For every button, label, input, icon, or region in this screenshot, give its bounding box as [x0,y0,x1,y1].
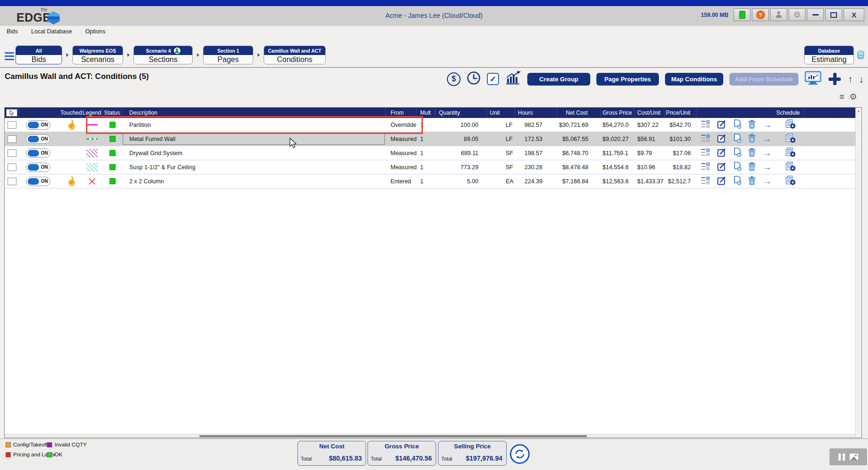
delete-icon[interactable] [748,176,756,187]
nav-tab-pages[interactable]: Section 1 Pages [203,46,253,64]
menu-local-database[interactable]: Local Database [31,28,72,35]
labor-hours-icon[interactable] [467,71,481,87]
delete-icon[interactable] [748,162,756,172]
refresh-totals-button[interactable] [510,444,530,464]
menu-options[interactable]: Options [85,28,105,35]
scroll-up-icon[interactable]: ▲ [856,109,861,112]
grid-settings-icon[interactable]: ⚙ [850,93,857,101]
schedule-icon[interactable] [785,133,796,144]
nav-tab-bids[interactable]: All Bids [16,46,62,64]
header-gross-price[interactable]: Gross Price [601,108,634,118]
delete-icon[interactable] [748,120,756,130]
row-select-checkbox[interactable] [8,149,16,157]
horizontal-scrollbar[interactable] [5,434,855,438]
edit-icon[interactable] [717,148,727,158]
takeoff-monitor-icon[interactable] [805,71,821,87]
description-cell[interactable]: Metal Furred Wall [122,132,386,146]
on-toggle[interactable]: ON [26,163,50,172]
description-cell[interactable]: Drywall Grid System [122,146,386,160]
cursor-mode-icon[interactable] [6,109,17,117]
edit-icon[interactable] [717,134,727,144]
map-conditions-button[interactable]: Map Conditions [665,73,723,86]
detail-view-icon[interactable] [701,120,710,129]
detail-view-icon[interactable] [701,177,710,186]
goto-icon[interactable]: → [763,120,772,129]
table-row[interactable]: ON Drywall Grid System Measured 1 689.11… [5,146,861,160]
table-row[interactable]: ON Susp 1-1/2" & Fur Ceiling Measured 1 … [5,160,861,174]
description-cell[interactable]: Susp 1-1/2" & Fur Ceiling [122,160,386,174]
row-select-checkbox[interactable] [8,135,16,143]
checklist-icon[interactable]: ✓ [487,73,499,85]
user-button[interactable] [770,8,787,21]
header-unit[interactable]: Unit [487,108,515,118]
row-select-checkbox[interactable] [8,164,16,171]
description-cell[interactable]: Partition [122,118,386,132]
nav-tab-scenarios[interactable]: Walgreens EOS Scenarios [72,46,123,64]
schedule-icon[interactable] [785,148,796,158]
document-history-icon[interactable] [734,148,742,158]
detail-view-icon[interactable] [701,163,710,172]
document-history-icon[interactable] [734,162,742,172]
restore-button[interactable] [825,8,842,21]
chart-icon[interactable] [505,71,521,87]
nav-tab-sections[interactable]: Scenario 4 Sections [133,46,193,64]
delete-icon[interactable] [748,148,756,158]
row-select-checkbox[interactable] [8,121,16,129]
add-condition-icon[interactable] [828,72,842,86]
pricing-icon[interactable]: $ [447,72,461,86]
header-cost-unit[interactable]: Cost/Unit [634,108,665,118]
menu-bids[interactable]: Bids [7,28,18,35]
edit-icon[interactable] [717,120,727,130]
table-row[interactable]: ON Metal Furred Wall Measured 1 89.05 LF… [5,132,861,146]
detail-view-icon[interactable] [701,134,710,143]
settings-button[interactable]: ⚙ [789,8,805,21]
schedule-icon[interactable] [785,162,796,172]
move-up-icon[interactable]: ↑ [848,74,853,84]
nav-tab-estimating[interactable]: Database Estimating [804,46,854,64]
document-history-icon[interactable] [734,119,742,130]
header-status[interactable]: Status [103,108,122,118]
header-mult[interactable]: Mult [416,108,435,118]
move-down-icon[interactable]: ↓ [859,74,864,84]
nav-menu-icon[interactable] [5,52,14,60]
edit-icon[interactable] [717,162,727,172]
table-row[interactable]: ON ☝ 2 x 2 Column Entered 1 5.00 EA 224.… [5,174,861,188]
goto-icon[interactable]: → [763,149,772,157]
header-touched[interactable]: Touched [62,108,81,118]
goto-icon[interactable]: → [763,177,772,186]
on-toggle[interactable]: ON [26,149,50,158]
on-toggle[interactable]: ON [26,120,50,130]
document-history-icon[interactable] [734,176,742,187]
schedule-icon[interactable] [785,119,796,130]
delete-icon[interactable] [748,134,756,144]
nav-tab-conditions[interactable]: Camillus Wall and ACT Conditions [264,46,326,64]
goto-icon[interactable]: → [763,134,772,143]
on-toggle[interactable]: ON [26,177,50,186]
row-select-checkbox[interactable] [8,178,16,185]
edit-icon[interactable] [717,176,727,187]
table-row[interactable]: ON ☝ Partition Overridde 1 100.00 LF 982… [5,118,861,132]
horizontal-scrollbar-thumb[interactable] [199,435,587,437]
goto-icon[interactable]: → [763,163,772,172]
document-history-icon[interactable] [734,133,742,144]
description-cell[interactable]: 2 x 2 Column [122,174,386,188]
create-group-button[interactable]: Create Group [527,73,590,86]
grid-menu-icon[interactable]: ≡ [839,93,845,101]
header-price-unit[interactable]: Price/Unit [665,108,696,118]
help-button[interactable]: ? [752,8,769,21]
minimize-button[interactable] [807,8,824,21]
schedule-icon[interactable] [785,176,796,187]
pause-media-button[interactable] [829,448,867,465]
database-icon[interactable] [857,51,864,62]
header-description[interactable]: Description [122,108,386,118]
header-quantity[interactable]: Quantity [435,108,487,118]
close-button[interactable]: X [844,8,864,21]
header-from[interactable]: From [386,108,416,118]
memory-status-button[interactable] [734,8,751,21]
on-toggle[interactable]: ON [26,134,50,144]
header-hours[interactable]: Hours [515,108,557,118]
header-net-cost[interactable]: Net Cost [557,108,601,118]
detail-view-icon[interactable] [701,149,710,157]
vertical-scrollbar[interactable]: ▲ [855,108,861,438]
header-schedule[interactable]: Schedule [776,108,805,118]
